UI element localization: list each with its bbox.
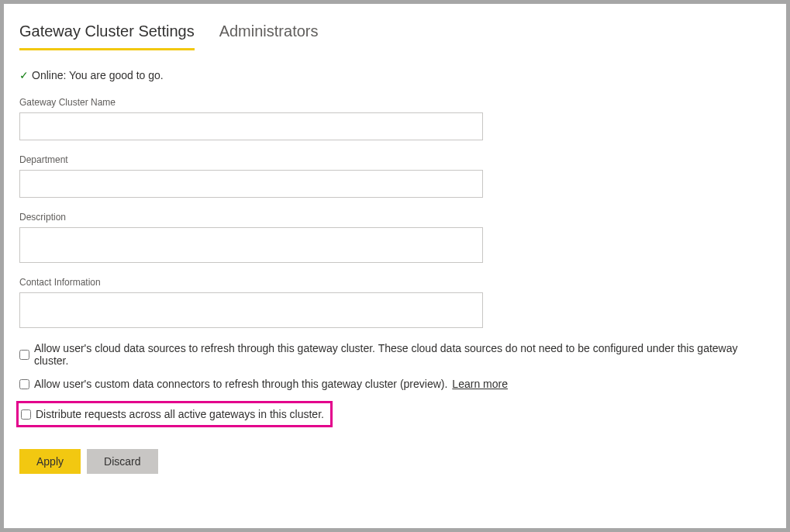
tab-bar: Gateway Cluster Settings Administrators xyxy=(19,22,771,50)
tab-administrators[interactable]: Administrators xyxy=(219,22,319,50)
learn-more-link[interactable]: Learn more xyxy=(452,378,508,390)
label-department: Department xyxy=(19,154,771,165)
checkbox-custom-connectors[interactable] xyxy=(19,379,29,389)
button-row: Apply Discard xyxy=(19,449,771,474)
checkbox-distribute[interactable] xyxy=(21,409,31,420)
check-icon: ✓ xyxy=(19,69,29,81)
field-contact: Contact Information xyxy=(19,277,771,328)
field-department: Department xyxy=(19,154,771,198)
option-distribute-highlight: Distribute requests across all active ga… xyxy=(16,401,333,427)
status-row: ✓ Online: You are good to go. xyxy=(19,69,771,81)
option-cloud-refresh: Allow user's cloud data sources to refre… xyxy=(19,342,771,367)
label-cluster-name: Gateway Cluster Name xyxy=(19,97,771,108)
label-contact: Contact Information xyxy=(19,277,771,288)
field-description: Description xyxy=(19,212,771,263)
option-custom-connectors: Allow user's custom data connectors to r… xyxy=(19,378,771,390)
label-description: Description xyxy=(19,212,771,223)
label-cloud-refresh: Allow user's cloud data sources to refre… xyxy=(34,342,771,367)
input-department[interactable] xyxy=(19,170,483,198)
settings-panel: Gateway Cluster Settings Administrators … xyxy=(4,4,786,528)
status-text: Online: You are good to go. xyxy=(32,69,164,81)
apply-button[interactable]: Apply xyxy=(19,449,81,474)
checkbox-cloud-refresh[interactable] xyxy=(19,350,29,360)
tab-gateway-settings[interactable]: Gateway Cluster Settings xyxy=(19,22,195,50)
field-cluster-name: Gateway Cluster Name xyxy=(19,97,771,140)
input-description[interactable] xyxy=(19,227,483,263)
input-contact[interactable] xyxy=(19,292,483,328)
discard-button[interactable]: Discard xyxy=(87,449,157,474)
label-custom-connectors: Allow user's custom data connectors to r… xyxy=(34,378,447,390)
input-cluster-name[interactable] xyxy=(19,112,483,140)
label-distribute: Distribute requests across all active ga… xyxy=(36,408,324,420)
